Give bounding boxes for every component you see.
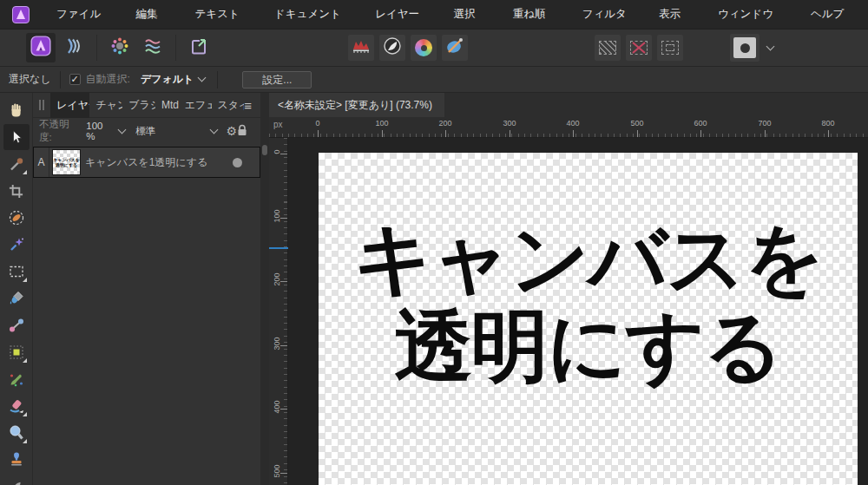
export-persona-button[interactable]	[184, 33, 214, 62]
layer-visibility-toggle[interactable]	[233, 158, 242, 167]
ruler-label: 600	[694, 119, 707, 128]
flood-fill-tool[interactable]	[3, 285, 30, 311]
canvas-text-line1: キャンバスを	[319, 215, 858, 303]
lock-icon[interactable]	[237, 124, 247, 138]
histogram-button[interactable]	[348, 35, 374, 61]
contrast-button[interactable]	[379, 35, 405, 61]
layers-panel: レイヤー チャン ブラシ Mtd エフェ スタイ ≡ 不透明度: 100 % 標…	[33, 93, 260, 485]
clone-stamp-tool[interactable]	[3, 447, 30, 473]
selection-status: 選択なし	[9, 72, 51, 87]
retouch-button[interactable]	[442, 35, 468, 61]
menu-text[interactable]: テキスト(T)	[182, 0, 261, 29]
gear-icon[interactable]: ⚙	[226, 124, 237, 138]
move-tool[interactable]	[3, 124, 30, 150]
ruler-label: 100	[375, 119, 388, 128]
crop-tool[interactable]	[3, 178, 30, 204]
canvas-text-line2: 透明にする	[319, 303, 858, 390]
splitter-handle-icon[interactable]	[262, 145, 267, 155]
opacity-dropdown[interactable]: 100 %	[86, 121, 125, 141]
ruler-label: 100	[273, 203, 281, 229]
tab-layers[interactable]: レイヤー	[50, 93, 89, 118]
pixel-tool[interactable]	[3, 339, 30, 365]
ruler-label: 200	[273, 266, 281, 292]
erase-brush-tool[interactable]	[3, 393, 30, 419]
gradient-tool[interactable]	[3, 312, 30, 338]
tab-styles[interactable]: スタイ	[212, 93, 245, 118]
horizontal-ruler[interactable]: px 0 100 200 300 400 500 600 700 800	[269, 117, 868, 138]
paintbrush-icon	[8, 370, 25, 388]
menu-file[interactable]: ファイル(F)	[43, 0, 122, 29]
context-separator	[217, 71, 218, 88]
ruler-label: 800	[821, 119, 834, 128]
layer-name[interactable]: キャンバスを1透明にする	[85, 155, 233, 170]
blur-tool[interactable]	[3, 474, 30, 485]
pasteboard[interactable]: キャンバスを 透明にする	[288, 138, 868, 485]
settings-button[interactable]: 設定...	[242, 71, 312, 88]
tool-flyout-indicator	[23, 278, 27, 282]
context-separator	[60, 71, 61, 88]
flood-select-tool[interactable]	[3, 232, 30, 258]
photo-persona-button[interactable]	[26, 33, 56, 62]
tool-flyout-indicator	[23, 170, 27, 174]
menu-layer[interactable]: レイヤー(L)	[362, 0, 441, 29]
panel-splitter[interactable]	[260, 93, 269, 485]
layer-row[interactable]: A キャンバスを 透明にする キャンバスを1透明にする	[33, 147, 260, 178]
document-canvas[interactable]: キャンバスを 透明にする	[319, 153, 858, 485]
affinity-photo-window: ファイル(F) 編集(E) テキスト(T) ドキュメント(D) レイヤー(L) …	[0, 0, 868, 485]
auto-select-checkbox[interactable]: ✓	[69, 74, 81, 85]
canvas-text: キャンバスを 透明にする	[319, 215, 858, 390]
menu-arrange[interactable]: 重ね順(A)	[500, 0, 569, 29]
tab-brushes[interactable]: ブラシ	[122, 93, 155, 118]
menu-filter[interactable]: フィルター	[569, 0, 646, 29]
selection-from-layer-button[interactable]	[595, 35, 621, 61]
panel-grip-icon[interactable]	[39, 100, 44, 110]
dodge-brush-tool[interactable]	[3, 420, 30, 446]
quick-mask-button[interactable]	[730, 34, 760, 62]
dropdown-chevron-icon	[198, 74, 207, 82]
tab-mtd[interactable]: Mtd	[155, 93, 179, 118]
dropdown-chevron-icon	[210, 125, 219, 134]
ruler-label: 400	[273, 394, 281, 420]
menu-view[interactable]: 表示(V)	[646, 0, 705, 29]
color-picker-tool[interactable]	[3, 151, 30, 177]
deselect-button[interactable]	[626, 35, 652, 61]
dropdown-chevron-icon	[118, 125, 127, 134]
color-wheel-button[interactable]	[411, 35, 437, 61]
view-tool[interactable]	[3, 97, 30, 123]
tab-channels[interactable]: チャン	[89, 93, 122, 118]
vertical-ruler[interactable]: 0 100 200 300 400 500	[269, 138, 288, 485]
menu-select[interactable]: 選択(S)	[441, 0, 500, 29]
auto-select-label: 自動選択:	[86, 72, 130, 87]
ruler-label: 500	[273, 458, 281, 484]
context-toolbar: 選択なし ✓ 自動選択: デフォルト 設定...	[0, 67, 868, 93]
main-region: レイヤー チャン ブラシ Mtd エフェ スタイ ≡ 不透明度: 100 % 標…	[0, 93, 868, 485]
menu-document[interactable]: ドキュメント(D)	[261, 0, 362, 29]
quick-mask-icon	[733, 37, 756, 58]
ruler-unit-label: px	[273, 120, 283, 129]
develop-persona-icon	[109, 36, 130, 60]
ruler-label: 300	[273, 331, 281, 357]
menu-help[interactable]: ヘルプ(H)	[798, 0, 868, 29]
main-toolbar	[0, 29, 868, 67]
selection-brush-tool[interactable]	[3, 205, 30, 231]
invert-selection-button[interactable]	[657, 35, 683, 61]
blend-mode-value: 標準	[135, 125, 155, 138]
layer-controls: 不透明度: 100 % 標準 ⚙	[33, 118, 260, 144]
crop-icon	[8, 183, 24, 200]
mask-options-chevron-icon[interactable]	[766, 42, 775, 50]
marquee-tool[interactable]	[3, 259, 30, 285]
menu-window[interactable]: ウィンドウ(W)	[705, 0, 798, 29]
menu-edit[interactable]: 編集(E)	[122, 0, 181, 29]
document-tab[interactable]: <名称未設定> [変更あり] (73.7%)	[269, 93, 444, 117]
auto-select-dropdown[interactable]: デフォルト	[137, 70, 208, 88]
develop-persona-button[interactable]	[105, 33, 135, 62]
layer-thumbnail[interactable]: キャンバスを 透明にする	[52, 149, 81, 175]
blend-mode-dropdown[interactable]: 標準	[135, 125, 217, 138]
liquify-persona-button[interactable]	[59, 33, 89, 62]
selection-from-layer-icon	[599, 41, 616, 55]
tone-mapping-persona-button[interactable]	[138, 33, 168, 62]
menu-bar: ファイル(F) 編集(E) テキスト(T) ドキュメント(D) レイヤー(L) …	[0, 0, 868, 29]
paint-brush-tool[interactable]	[3, 366, 30, 392]
tab-effects[interactable]: エフェ	[179, 93, 212, 118]
panel-menu-icon[interactable]: ≡	[244, 98, 252, 113]
